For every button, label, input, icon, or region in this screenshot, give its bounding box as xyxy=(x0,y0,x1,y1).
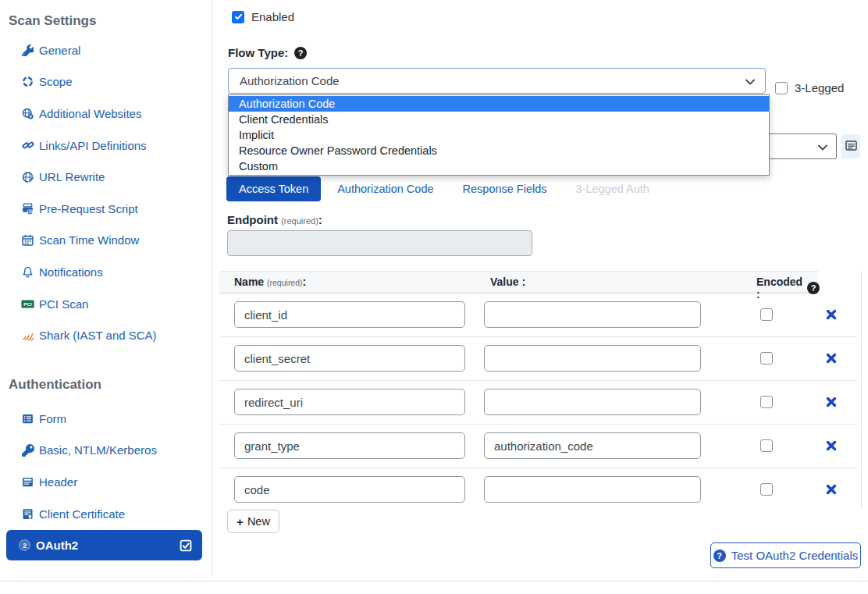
table-right-border xyxy=(861,271,862,509)
sidebar-item-label: Additional Websites xyxy=(39,107,141,120)
option-implicit[interactable]: Implicit xyxy=(229,127,769,143)
flow-type-select[interactable]: Authorization Code xyxy=(228,68,766,94)
settings-sidebar: Scan Settings General Scope Additional W… xyxy=(0,0,212,575)
sidebar-item-links-api[interactable]: Links/API Definitions xyxy=(0,130,212,162)
new-button-label: New xyxy=(247,515,270,528)
sidebar-item-pci-scan[interactable]: PCI PCI Scan xyxy=(0,288,212,320)
encoded-checkbox[interactable] xyxy=(760,396,773,408)
plus-icon: + xyxy=(237,515,244,528)
scan-settings-list: General Scope Additional Websites Links/… xyxy=(0,34,212,351)
param-value-input[interactable] xyxy=(484,345,701,372)
script-icon: JS xyxy=(21,202,34,215)
authentication-list: Form Basic, NTLM/Kerberos Header Client … xyxy=(0,403,212,560)
sidebar-item-additional-websites[interactable]: Additional Websites xyxy=(0,98,212,130)
endpoint-input xyxy=(227,230,532,256)
param-name-input[interactable] xyxy=(234,432,465,459)
sidebar-item-scope[interactable]: Scope xyxy=(0,66,212,98)
name-required-note: (required) xyxy=(267,278,303,287)
test-oauth2-credentials-button[interactable]: ? Test OAuth2 Credentials xyxy=(710,542,861,568)
enabled-label: Enabled xyxy=(251,10,294,23)
value-column-header: Value : xyxy=(490,276,525,288)
param-name-input[interactable] xyxy=(234,345,465,372)
sidebar-item-header[interactable]: Header xyxy=(0,466,212,498)
option-resource-owner-password-credentials[interactable]: Resource Owner Password Credentials xyxy=(229,143,769,158)
calendar-icon xyxy=(21,233,34,247)
sidebar-item-basic-ntlm-kerberos[interactable]: Basic, NTLM/Kerberos xyxy=(0,435,212,467)
encoded-checkbox[interactable] xyxy=(760,308,773,321)
sidebar-item-label: Shark (IAST and SCA) xyxy=(39,329,157,342)
delete-row-icon[interactable] xyxy=(826,484,837,495)
option-client-credentials[interactable]: Client Credentials xyxy=(229,112,769,127)
encoded-checkbox[interactable] xyxy=(760,439,773,452)
three-legged-label: 3-Legged xyxy=(795,81,844,94)
option-authorization-code[interactable]: Authorization Code xyxy=(229,96,769,112)
delete-row-icon[interactable] xyxy=(826,309,837,320)
key-icon xyxy=(21,443,34,457)
svg-text:2: 2 xyxy=(23,542,27,550)
sidebar-item-general[interactable]: General xyxy=(0,34,212,66)
tab-access-token[interactable]: Access Token xyxy=(226,176,321,201)
preset-list-button[interactable] xyxy=(841,134,860,158)
link-icon xyxy=(21,139,34,152)
certificate-icon xyxy=(21,507,34,521)
table-row-grant-type xyxy=(219,425,856,468)
sidebar-item-notifications[interactable]: Notifications xyxy=(0,256,212,288)
table-row-redirect-uri xyxy=(219,381,856,425)
table-row-code xyxy=(219,468,856,511)
sidebar-item-label: Notifications xyxy=(39,265,103,279)
enabled-checkbox[interactable] xyxy=(232,11,244,23)
sidebar-item-label: Scan Time Window xyxy=(39,233,139,247)
sidebar-item-oauth2[interactable]: 2 OAuth2 xyxy=(6,530,202,560)
sidebar-item-label: General xyxy=(39,44,80,57)
sidebar-item-scan-time-window[interactable]: Scan Time Window xyxy=(0,225,212,257)
sidebar-item-url-rewrite[interactable]: URL Rewrite xyxy=(0,161,212,193)
param-value-input[interactable] xyxy=(484,432,701,459)
sidebar-item-label: Pre-Request Script xyxy=(39,202,138,215)
sidebar-item-shark[interactable]: Shark (IAST and SCA) xyxy=(0,319,212,351)
header-icon xyxy=(21,475,34,489)
sidebar-item-label: Scope xyxy=(39,75,73,88)
sidebar-item-pre-request-script[interactable]: JS Pre-Request Script xyxy=(0,193,212,225)
svg-text:PCI: PCI xyxy=(23,301,32,306)
sidebar-item-label: Basic, NTLM/Kerberos xyxy=(39,443,157,457)
tab-three-legged-auth: 3-Legged Auth xyxy=(564,176,662,201)
scan-settings-heading: Scan Settings xyxy=(0,0,212,30)
sidebar-item-client-certificate[interactable]: Client Certificate xyxy=(0,498,212,530)
endpoint-required-note: (required) xyxy=(281,216,318,226)
new-param-button[interactable]: + New xyxy=(227,510,279,533)
param-value-input[interactable] xyxy=(484,476,701,503)
pci-badge-icon: PCI xyxy=(21,297,34,311)
delete-row-icon[interactable] xyxy=(826,353,837,364)
param-value-input[interactable] xyxy=(484,389,701,415)
encoded-checkbox[interactable] xyxy=(760,352,773,365)
table-row-client-id xyxy=(219,293,856,337)
param-name-input[interactable] xyxy=(234,301,465,328)
param-name-input[interactable] xyxy=(234,389,465,415)
sidebar-item-label: Client Certificate xyxy=(39,507,125,521)
three-legged-checkbox[interactable] xyxy=(775,82,788,94)
oauth2-tabs: Access Token Authorization Code Response… xyxy=(226,176,662,201)
param-value-input[interactable] xyxy=(484,301,701,328)
encoded-help-icon[interactable]: ? xyxy=(807,282,820,294)
flow-type-help-icon[interactable]: ? xyxy=(294,47,307,59)
encoded-checkbox[interactable] xyxy=(760,483,773,496)
delete-row-icon[interactable] xyxy=(826,440,837,451)
list-alt-icon xyxy=(845,140,857,154)
tab-response-fields[interactable]: Response Fields xyxy=(450,176,560,201)
check-square-icon xyxy=(180,539,192,552)
option-custom[interactable]: Custom xyxy=(229,158,769,174)
wrench-icon xyxy=(21,44,34,57)
flow-type-label: Flow Type: xyxy=(228,46,288,59)
sidebar-item-form[interactable]: Form xyxy=(0,403,212,435)
sidebar-item-label: OAuth2 xyxy=(36,539,78,552)
oauth2-settings-page: Scan Settings General Scope Additional W… xyxy=(0,0,868,594)
delete-row-icon[interactable] xyxy=(826,397,837,407)
endpoint-label-row: Endpoint (required): xyxy=(227,213,322,226)
enabled-row: Enabled xyxy=(232,10,294,23)
flow-type-dropdown-list: Authorization Code Client Credentials Im… xyxy=(228,94,770,176)
bottom-divider xyxy=(0,581,868,582)
param-name-input[interactable] xyxy=(234,476,465,503)
bell-icon xyxy=(21,265,34,279)
tab-authorization-code[interactable]: Authorization Code xyxy=(325,176,446,201)
sidebar-item-label: Form xyxy=(39,412,66,425)
